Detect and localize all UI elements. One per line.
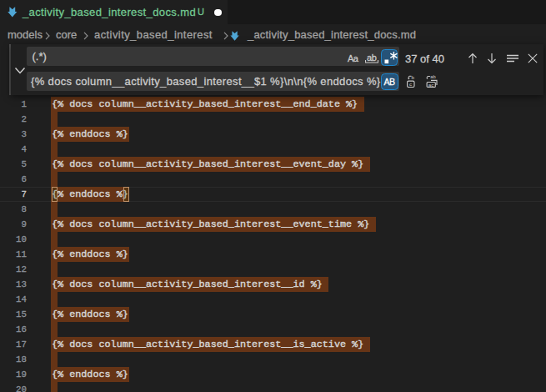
svg-text:ab: ab bbox=[430, 74, 435, 79]
svg-text:ac: ac bbox=[428, 82, 434, 88]
svg-text:c: c bbox=[409, 81, 412, 87]
svg-text:b: b bbox=[411, 74, 414, 80]
